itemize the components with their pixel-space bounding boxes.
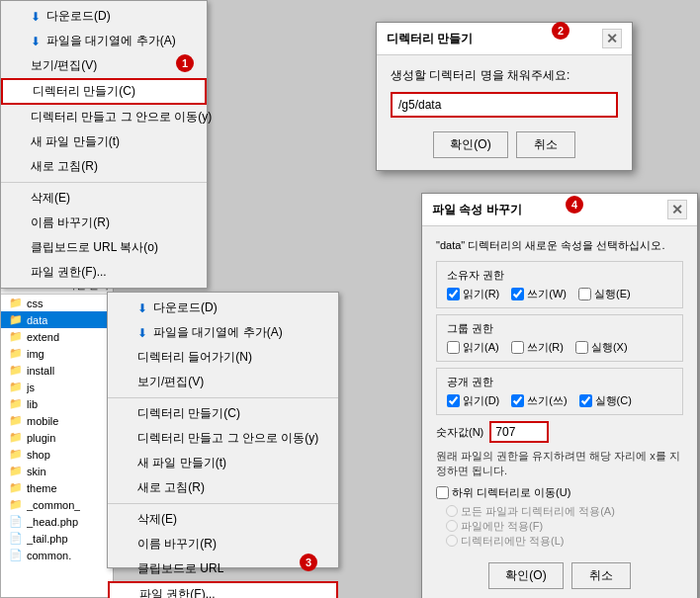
file-item-install[interactable]: 📁install [1,362,113,379]
file-icon: 📄 [9,549,23,561]
group-exec[interactable]: 실행(X) [575,340,628,355]
folder-icon: 📁 [9,364,23,377]
folder-icon: 📁 [9,481,23,494]
attr-confirm[interactable]: 확인(O) [488,562,563,589]
file-label: js [27,382,35,393]
public-write[interactable]: 쓰기(쓰) [511,393,567,408]
apply-dirs[interactable]: 디렉터리에만 적용(L) [446,534,683,549]
menu-delete[interactable]: 삭제(E) [1,186,207,211]
bottom-context-menu[interactable]: ⬇ 다운로드(D) ⬇ 파일을 대기열에 추가(A) 디렉터리 들어가기(N) … [107,292,339,568]
badge-1: 1 [176,54,194,72]
attr-close[interactable]: ✕ [667,200,687,219]
menu-create-dir2[interactable]: 디렉터리 만들기(C) [108,401,338,426]
create-dir-cancel[interactable]: 취소 [516,131,575,158]
file-label: img [27,348,44,360]
create-dir-content: 생성할 디렉터리 명을 채워주세요: 확인(O) 취소 [377,55,632,170]
menu-add-to-queue[interactable]: ⬇ 파일을 대기열에 추가(A) [1,29,207,53]
file-label: shop [27,449,50,461]
group-section: 그룹 권한 읽기(A) 쓰기(R) 실행(X) [436,314,683,362]
file-label: css [27,298,44,309]
file-item-shop[interactable]: 📁shop [1,446,113,463]
subdir-checkbox[interactable]: 하위 디렉터리로 이동(U) [436,485,683,500]
menu-view-edit2[interactable]: 보기/편집(V) [108,370,338,394]
file-label: extend [27,331,59,343]
public-read[interactable]: 읽기(D) [447,393,499,408]
apply-options: 모든 파일과 디렉터리에 적용(A) 파일에만 적용(F) 디렉터리에만 적용(… [446,504,683,549]
group-read[interactable]: 읽기(A) [447,340,499,355]
menu-delete2[interactable]: 삭제(E) [108,507,338,532]
group-write[interactable]: 쓰기(R) [511,340,564,355]
menu-new-file2[interactable]: 새 파일 만들기(t) [108,451,338,475]
file-item-img[interactable]: 📁img [1,345,113,362]
public-section: 공개 권한 읽기(D) 쓰기(쓰) 실행(C) [436,368,683,415]
numeric-row: 숫자값(N) [436,421,683,443]
file-item-lib[interactable]: 📁lib [1,395,113,412]
apply-files[interactable]: 파일에만 적용(F) [446,519,683,534]
owner-exec[interactable]: 실행(E) [578,287,631,301]
file-item-common.[interactable]: 📄common. [1,547,113,563]
menu-refresh2[interactable]: 새로 고침(R) [108,475,338,500]
folder-icon: 📁 [9,448,23,461]
create-dir-dialog: 디렉터리 만들기 ✕ 생성할 디렉터리 명을 채워주세요: 확인(O) 취소 [376,22,633,171]
menu-rename[interactable]: 이름 바꾸기(R) [1,211,207,235]
download-icon: ⬇ [31,10,41,24]
file-item-js[interactable]: 📁js [1,379,113,395]
menu-download[interactable]: ⬇ 다운로드(D) [1,4,207,29]
file-label: _common_ [27,499,80,511]
file-label: plugin [27,432,55,444]
attr-cancel[interactable]: 취소 [571,562,631,589]
top-context-menu[interactable]: ⬇ 다운로드(D) ⬇ 파일을 대기열에 추가(A) 보기/편집(V) 디렉터리… [0,0,208,289]
file-icon: 📄 [9,515,23,528]
numeric-input[interactable] [489,421,549,443]
menu-create-dir[interactable]: 디렉터리 만들기(C) [1,78,207,105]
attr-description: "data" 디렉터리의 새로운 속성을 선택하십시오. [436,238,683,253]
file-item-_common_[interactable]: 📁_common_ [1,496,113,513]
file-label: install [27,365,54,377]
file-icon: 📄 [9,532,23,545]
file-item-_tail.php[interactable]: 📄_tail.php [1,530,113,547]
badge-3: 3 [300,554,317,571]
file-item-_head.php[interactable]: 📄_head.php [1,513,113,530]
owner-read[interactable]: 읽기(R) [447,287,499,301]
menu-refresh[interactable]: 새로 고침(R) [1,154,207,179]
file-item-extend[interactable]: 📁extend [1,328,113,345]
create-dir-buttons: 확인(O) 취소 [391,131,618,158]
owner-title: 소유자 권한 [447,268,672,283]
public-exec[interactable]: 실행(C) [579,393,632,408]
folder-icon: 📁 [9,465,23,477]
attr-note: 원래 파일의 권한을 유지하려면 해당 자리에 x를 지정하면 됩니다. [436,449,683,479]
folder-icon: 📁 [9,431,23,444]
menu-create-dir-move2[interactable]: 디렉터리 만들고 그 안으로 이동(y) [108,426,338,451]
file-label: _tail.php [27,533,68,545]
owner-write[interactable]: 쓰기(W) [511,287,567,301]
menu-file-perms2[interactable]: 파일 권한(F)... [108,581,338,598]
file-label: skin [27,466,46,477]
file-item-mobile[interactable]: 📁mobile [1,412,113,429]
create-dir-confirm[interactable]: 확인(O) [433,131,507,158]
file-item-plugin[interactable]: 📁plugin [1,429,113,446]
file-label: common. [27,550,71,561]
folder-icon: 📁 [9,381,23,393]
menu-create-dir-move[interactable]: 디렉터리 만들고 그 안으로 이동(y) [1,105,207,129]
menu-rename2[interactable]: 이름 바꾸기(R) [108,532,338,556]
create-dir-close[interactable]: ✕ [602,29,622,48]
badge-2: 2 [552,22,569,40]
public-title: 공개 권한 [447,375,672,389]
menu-copy-url[interactable]: 클립보드로 URL 복사(o) [1,235,207,260]
create-dir-input[interactable] [391,92,618,118]
folder-icon: 📁 [9,313,23,326]
menu-enter-dir[interactable]: 디렉터리 들어가기(N) [108,345,338,370]
apply-all[interactable]: 모든 파일과 디렉터리에 적용(A) [446,504,683,519]
menu-add-to-queue2[interactable]: ⬇ 파일을 대기열에 추가(A) [108,320,338,345]
file-item-data[interactable]: 📁data [1,311,113,328]
file-item-css[interactable]: 📁css [1,295,113,311]
queue2-icon: ⬇ [137,326,147,340]
file-label: mobile [27,415,58,427]
menu-file-perms[interactable]: 파일 권한(F)... [1,260,207,285]
badge-4: 4 [566,196,583,214]
file-item-skin[interactable]: 📁skin [1,463,113,479]
download2-icon: ⬇ [137,301,147,315]
menu-download2[interactable]: ⬇ 다운로드(D) [108,296,338,320]
file-item-theme[interactable]: 📁theme [1,479,113,496]
menu-new-file[interactable]: 새 파일 만들기(t) [1,129,207,154]
